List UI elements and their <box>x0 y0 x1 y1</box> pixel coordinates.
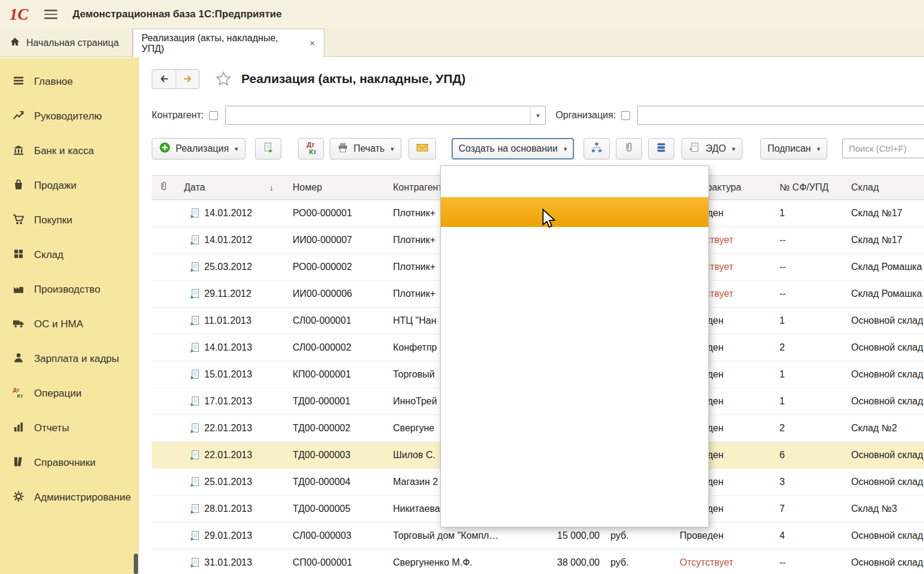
send-email-button[interactable] <box>409 138 436 159</box>
forward-button[interactable] <box>176 70 199 88</box>
dtkt-icon: Дт Кт <box>305 142 317 155</box>
signed-filter-button[interactable]: Подписан ▾ <box>760 138 827 159</box>
menu-item[interactable] <box>441 227 708 257</box>
document-posted-icon <box>190 342 200 353</box>
menu-item[interactable] <box>441 376 708 406</box>
close-icon[interactable]: × <box>309 38 315 50</box>
counterparty-filter-checkbox[interactable] <box>209 111 218 120</box>
search-input[interactable] <box>842 139 924 158</box>
tab-bar: Начальная страница Реализация (акты, нак… <box>0 29 924 57</box>
table-row[interactable]: 31.01.2013 СП00-000001 Свергуненко М.Ф. … <box>152 550 924 574</box>
menu-item[interactable] <box>441 257 708 287</box>
col-number[interactable]: Номер <box>287 182 388 193</box>
create-realization-button[interactable]: Реализация ▾ <box>152 138 245 159</box>
envelope-icon <box>416 142 429 156</box>
document-copy-icon <box>262 142 274 156</box>
menu-item[interactable] <box>441 496 708 526</box>
create-based-on-button[interactable]: Создать на основании ▾ <box>452 138 575 159</box>
toolbar: Реализация ▾ Дт Кт Печать ▾ Созда <box>152 136 924 161</box>
tab-home-label: Начальная страница <box>26 38 119 48</box>
document-posted-icon <box>190 262 200 272</box>
dtkt-icon: ДтКт <box>12 386 25 402</box>
back-button[interactable] <box>152 70 176 88</box>
document-posted-icon <box>190 530 200 541</box>
sidebar-item-operacii[interactable]: ДтКт Операции <box>0 376 138 411</box>
sidebar-item-proizvodstvo[interactable]: Производство <box>0 272 138 307</box>
sidebar-item-bank-i-kassa[interactable]: Банк и касса <box>0 134 138 168</box>
structure-icon <box>591 142 603 156</box>
paperclip-icon <box>623 142 635 156</box>
col-attachment[interactable] <box>152 181 176 194</box>
person-icon <box>12 351 25 367</box>
menu-item[interactable] <box>441 406 708 436</box>
menu-item[interactable] <box>441 197 708 227</box>
sidebar-item-pokupki[interactable]: Покупки <box>0 203 138 238</box>
app-window: 1С Демонстрационная база 1С:Предприятие … <box>0 0 924 574</box>
chevron-down-icon: ▾ <box>564 145 567 153</box>
col-warehouse[interactable]: Склад <box>845 182 924 193</box>
chevron-down-icon: ▾ <box>235 145 238 153</box>
reports-button[interactable] <box>648 138 674 159</box>
document-posted-icon <box>190 450 200 461</box>
plus-circle-icon <box>159 142 171 156</box>
sidebar-item-zarplata-i-kadry[interactable]: Зарплата и кадры <box>0 342 138 376</box>
document-posted-icon <box>190 504 200 514</box>
printer-icon <box>337 142 349 156</box>
copy-document-button[interactable] <box>255 138 281 159</box>
page-title: Реализация (акты, накладные, УПД) <box>241 72 465 86</box>
show-postings-button[interactable]: Дт Кт <box>298 138 324 159</box>
history-nav <box>152 69 199 89</box>
menu-item[interactable] <box>441 466 708 496</box>
filter-row: Контрагент: ▾ Организация: <box>152 105 924 125</box>
document-posted-icon <box>190 396 200 407</box>
related-documents-button[interactable] <box>584 138 610 159</box>
svg-text:Кт: Кт <box>17 392 23 398</box>
sidebar-item-rukovoditelyu[interactable]: Руководителю <box>0 99 138 134</box>
page-header: Реализация (акты, накладные, УПД) <box>152 67 465 91</box>
factory-icon <box>12 282 25 298</box>
sidebar-item-spravochniki[interactable]: Справочники <box>0 446 138 480</box>
sort-desc-icon: ↓ <box>269 183 274 192</box>
tab-home[interactable]: Начальная страница <box>0 29 133 57</box>
favorite-star-icon[interactable] <box>215 70 232 87</box>
menu-item[interactable] <box>441 436 708 466</box>
organization-filter-checkbox[interactable] <box>621 111 630 120</box>
sidebar-item-otchety[interactable]: Отчеты <box>0 411 138 446</box>
sales-bag-icon <box>12 178 25 194</box>
menu-item[interactable] <box>441 346 708 376</box>
organization-filter-input[interactable] <box>637 106 924 125</box>
menu-item[interactable] <box>441 287 708 317</box>
sidebar-item-sklad[interactable]: Склад <box>0 238 138 272</box>
books-icon <box>12 455 25 471</box>
sidebar-item-glavnoe[interactable]: Главное <box>0 65 138 99</box>
cart-icon <box>12 213 25 229</box>
document-posted-icon <box>190 288 200 299</box>
tab-realization[interactable]: Реализация (акты, накладные, УПД) × <box>133 29 324 57</box>
sidebar-item-os-i-nma[interactable]: ОС и НМА <box>0 307 138 342</box>
chevron-down-icon: ▾ <box>391 145 394 153</box>
document-posted-icon <box>190 208 200 219</box>
warehouse-icon <box>12 247 25 263</box>
counterparty-filter-input[interactable]: ▾ <box>225 106 546 125</box>
attachments-button[interactable] <box>616 138 642 159</box>
paperclip-icon <box>158 181 169 194</box>
edo-document-icon <box>689 142 701 156</box>
sidebar-item-administrirovanie[interactable]: Администрирование <box>0 480 138 515</box>
document-posted-icon <box>190 369 200 380</box>
create-based-on-menu <box>440 165 709 527</box>
document-posted-icon <box>190 557 200 568</box>
main-menu-icon[interactable] <box>44 10 57 19</box>
menu-item[interactable] <box>441 317 708 346</box>
menu-item[interactable] <box>441 167 708 197</box>
sidebar-scrollbar-thumb[interactable] <box>134 554 138 574</box>
bar-chart-icon <box>12 420 25 437</box>
document-posted-icon <box>190 477 200 487</box>
sidebar-item-prodazhi[interactable]: Продажи <box>0 168 138 203</box>
edo-button[interactable]: ЭДО ▾ <box>682 138 742 159</box>
gear-icon <box>12 490 25 506</box>
col-date[interactable]: Дата ↓ <box>176 182 287 193</box>
col-sf-upd[interactable]: № СФ/УПД <box>768 182 845 193</box>
chevron-down-icon: ▾ <box>817 145 821 153</box>
chevron-down-icon[interactable]: ▾ <box>530 106 545 124</box>
print-button[interactable]: Печать ▾ <box>330 138 401 159</box>
